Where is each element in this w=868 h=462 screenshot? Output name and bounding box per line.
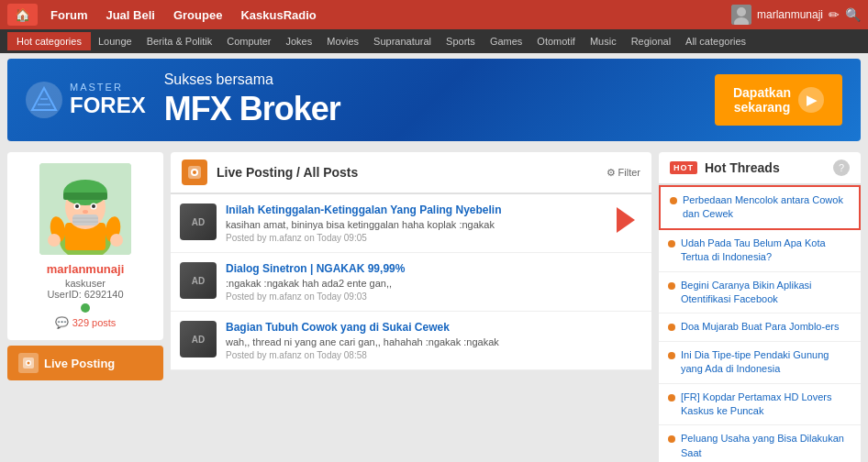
post-avatar-3: AD [180,321,217,358]
advertisement-banner[interactable]: MASTER FOREX Sukses bersama MFX Broker D… [7,59,861,141]
hot-thread-item-4[interactable]: Ini Dia Tipe-tipe Pendaki Gunung yang Ad… [659,342,861,384]
subnav-regional[interactable]: Regional [624,32,678,50]
forex-logo-icon [26,82,62,118]
hot-item-text-2: Begini Caranya Bikin Aplikasi Otentifika… [681,279,851,307]
hot-thread-item-5[interactable]: [FR] Kopdar Pertamax HD Lovers Kaskus ke… [659,384,861,426]
post-title-3[interactable]: Bagian Tubuh Cowok yang di Sukai Cewek [226,321,600,334]
hot-item-text-1: Udah Pada Tau Belum Apa Kota Tertua di I… [681,236,851,265]
hot-thread-item-3[interactable]: Doa Mujarab Buat Para Jomblo-ers [659,314,861,341]
subnav-hot-categories[interactable]: Hot categories [7,32,91,50]
svg-point-15 [75,204,79,208]
subnav-sports[interactable]: Sports [439,32,483,50]
arrow-indicator-3 [609,321,642,354]
subnav-otomotif[interactable]: Otomotif [529,32,583,50]
post-item: AD Inilah Ketinggalan-Ketinggalan Yang P… [171,194,651,253]
svg-point-1 [737,7,746,16]
hot-item-text-3: Doa Mujarab Buat Para Jomblo-ers [681,320,839,334]
main-content: marlanmunaji kaskuser UserID: 6292140 💬 … [0,147,868,462]
post-item-2: AD Dialog Sinetron | NGAKAK 99,99% :ngak… [171,253,651,312]
hot-item-text-0: Perbedaan Mencolok antara Cowok dan Cewe… [683,193,850,222]
post-meta-1: Posted by m.afanz on Today 09:05 [226,233,600,243]
posts-count-link[interactable]: 329 posts [72,317,117,328]
filter-button[interactable]: ⚙ Filter [606,167,641,179]
sidebar-username[interactable]: marlanmunaji [18,262,152,276]
subnav-jokes[interactable]: Jokes [278,32,319,50]
subnav-movies[interactable]: Movies [319,32,366,50]
hot-thread-item-2[interactable]: Begini Caranya Bikin Aplikasi Otentifika… [659,272,861,314]
post-title-2[interactable]: Dialog Sinetron | NGAKAK 99,99% [226,262,600,275]
online-status-dot [81,303,90,313]
panel-header: Live Posting / All Posts ⚙ Filter [171,152,651,194]
arrow-right-icon [617,207,635,233]
hot-bullet-0 [670,197,677,204]
post-content-3: Bagian Tubuh Cowok yang di Sukai Cewek w… [226,321,600,360]
subnav-berita[interactable]: Berita & Politik [139,32,220,50]
nav-jualbeli[interactable]: Jual Beli [96,3,163,28]
nav-groupee[interactable]: Groupee [164,3,231,28]
panel-icon [182,160,207,185]
msg-icon: 💬 [55,316,69,329]
live-posting-button[interactable]: Live Posting [7,346,163,380]
hot-thread-item-0[interactable]: Perbedaan Mencolok antara Cowok dan Cewe… [659,185,861,230]
avatar-image [39,163,131,255]
hot-bullet-4 [668,352,675,359]
hot-bullet-1 [668,240,675,248]
edit-profile-button[interactable]: ✏ [829,7,840,22]
svg-rect-12 [63,192,107,200]
hot-bullet-6 [668,435,675,443]
post-meta-2: Posted by m.afanz on Today 09:03 [226,292,600,302]
svg-point-17 [83,210,88,214]
banner-play-icon: ▶ [798,87,824,113]
banner-cta-text: Dapatkan sekarang [733,85,791,115]
hot-badge: HOT [670,161,697,174]
username-display: marlanmunaji [757,8,823,21]
post-excerpt-3: wah,, thread ni yang ane cari gan,, haha… [226,336,600,347]
user-avatar-small [731,5,751,25]
subnav-music[interactable]: Music [583,32,624,50]
banner-logo: MASTER FOREX [26,82,146,118]
live-posting-label: Live Posting [44,357,115,370]
live-posting-icon [18,353,39,373]
hot-bullet-3 [668,324,675,331]
hot-bullet-2 [668,282,675,290]
subnav-supranatural[interactable]: Supranatural [366,32,439,50]
nav-kaskusradio[interactable]: KaskusRadio [231,3,325,28]
post-excerpt-1: kasihan amat, bininya bisa ketinggalan h… [226,219,600,230]
nav-forum[interactable]: Forum [41,3,96,28]
left-sidebar: marlanmunaji kaskuser UserID: 6292140 💬 … [7,152,163,462]
help-icon[interactable]: ? [833,160,850,176]
hot-item-text-6: Peluang Usaha yang Bisa Dilakukan Saat [681,432,851,460]
svg-rect-18 [72,214,98,226]
post-title-1[interactable]: Inilah Ketinggalan-Ketinggalan Yang Pali… [226,204,600,216]
svg-point-30 [193,170,196,174]
center-panel: Live Posting / All Posts ⚙ Filter AD Ini… [171,152,651,462]
post-avatar-1: AD [180,204,217,240]
svg-point-16 [92,204,95,208]
user-avatar-large [39,163,131,255]
arrow-indicator-2 [609,262,642,295]
hot-thread-item-1[interactable]: Udah Pada Tau Belum Apa Kota Tertua di I… [659,230,861,272]
banner-cta-button[interactable]: Dapatkan sekarang ▶ [715,74,842,126]
banner-content: MASTER FOREX Sukses bersama MFX Broker D… [7,72,861,128]
svg-point-24 [110,234,123,247]
user-area: marlanmunaji ✏ 🔍 [731,5,861,25]
subnav-games[interactable]: Games [483,32,529,50]
hot-thread-item-6[interactable]: Peluang Usaha yang Bisa Dilakukan Saat [659,425,861,462]
svg-point-23 [48,234,61,247]
hot-bullet-5 [668,394,675,402]
subnav-lounge[interactable]: Lounge [91,32,139,50]
hot-threads-title: Hot Threads [705,160,826,175]
post-avatar-2: AD [180,262,217,299]
hot-item-text-5: [FR] Kopdar Pertamax HD Lovers Kaskus ke… [681,390,851,419]
panel-title: Live Posting / All Posts [217,165,597,180]
banner-logo-text: MASTER FOREX [70,82,146,118]
subnav-computer[interactable]: Computer [219,32,278,50]
top-navigation: 🏠 Forum Jual Beli Groupee KaskusRadio ma… [0,0,868,29]
search-button[interactable]: 🔍 [845,7,861,22]
banner-main-text: Sukses bersama MFX Broker [164,72,696,128]
home-button[interactable]: 🏠 [7,4,38,26]
post-item-3: AD Bagian Tubuh Cowok yang di Sukai Cewe… [171,312,651,370]
post-content-1: Inilah Ketinggalan-Ketinggalan Yang Pali… [226,204,600,243]
right-panel: HOT Hot Threads ? Perbedaan Mencolok ant… [659,152,861,462]
subnav-all[interactable]: All categories [678,32,753,50]
